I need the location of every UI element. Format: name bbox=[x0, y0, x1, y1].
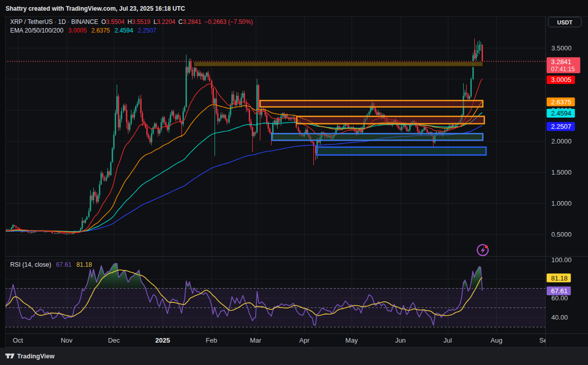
svg-text:Jun: Jun bbox=[395, 336, 406, 344]
svg-text:XRP / TetherUS · 1D · BINANCE: XRP / TetherUS · 1D · BINANCE O3.5504 H3… bbox=[10, 18, 253, 25]
svg-text:Shattry created with TradingVi: Shattry created with TradingView.com, Ju… bbox=[6, 5, 185, 12]
svg-text:40.00: 40.00 bbox=[551, 314, 568, 321]
svg-text:07:41:15: 07:41:15 bbox=[551, 66, 575, 73]
svg-text:Apr: Apr bbox=[299, 336, 310, 344]
svg-text:2.2507: 2.2507 bbox=[551, 123, 572, 130]
svg-text:2.0000: 2.0000 bbox=[551, 137, 572, 145]
svg-text:Dec: Dec bbox=[108, 336, 120, 344]
svg-text:2.4594: 2.4594 bbox=[551, 109, 572, 117]
svg-text:1.0000: 1.0000 bbox=[551, 200, 572, 207]
svg-text:81.18: 81.18 bbox=[551, 274, 568, 282]
svg-text:2025: 2025 bbox=[155, 336, 170, 344]
svg-text:2.6375: 2.6375 bbox=[551, 98, 572, 106]
svg-text:67.61: 67.61 bbox=[551, 287, 568, 295]
svg-text:3.0005: 3.0005 bbox=[551, 76, 572, 83]
svg-text:TradingView: TradingView bbox=[17, 353, 55, 360]
svg-text:3.2841: 3.2841 bbox=[551, 58, 572, 66]
svg-text:Jul: Jul bbox=[443, 336, 452, 344]
svg-text:3.5000: 3.5000 bbox=[551, 44, 572, 52]
svg-text:Feb: Feb bbox=[206, 336, 217, 344]
svg-text:Aug: Aug bbox=[491, 336, 502, 344]
svg-text:Nov: Nov bbox=[61, 336, 73, 344]
svg-text:Mar: Mar bbox=[250, 336, 261, 344]
svg-text:Oct: Oct bbox=[13, 336, 23, 344]
svg-text:May: May bbox=[345, 336, 358, 344]
svg-text:1.5000: 1.5000 bbox=[551, 169, 572, 176]
svg-text:USDT: USDT bbox=[557, 19, 573, 25]
svg-text:60.00: 60.00 bbox=[551, 294, 568, 302]
svg-text:100.00: 100.00 bbox=[551, 256, 572, 264]
svg-text:0.5000: 0.5000 bbox=[551, 231, 572, 238]
svg-text:EMA 20/50/100/200 3.0005 2.6: EMA 20/50/100/200 3.0005 2.6375 2.4594 2… bbox=[10, 27, 156, 34]
svg-text:RSI (14, close) 67.61 81.18: RSI (14, close) 67.61 81.18 bbox=[10, 261, 92, 268]
